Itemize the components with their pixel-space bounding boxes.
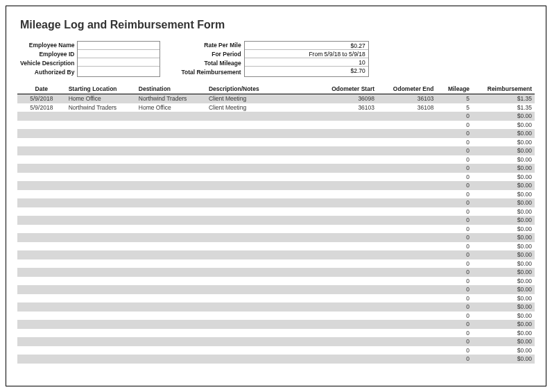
cell-start[interactable] xyxy=(66,355,136,364)
cell-dest[interactable] xyxy=(136,312,206,321)
cell-ostart[interactable] xyxy=(315,346,377,355)
cell-start[interactable] xyxy=(66,216,136,225)
cell-ostart[interactable] xyxy=(315,250,377,259)
cell-mileage[interactable]: 0 xyxy=(436,337,472,346)
cell-dest[interactable] xyxy=(136,233,206,242)
cell-oend[interactable] xyxy=(377,294,436,303)
cell-mileage[interactable]: 0 xyxy=(436,207,472,216)
cell-reimb[interactable]: $0.00 xyxy=(472,173,535,182)
cell-start[interactable] xyxy=(66,329,136,338)
cell-start[interactable] xyxy=(66,346,136,355)
cell-oend[interactable] xyxy=(377,207,436,216)
cell-reimb[interactable]: $0.00 xyxy=(472,242,535,251)
cell-mileage[interactable]: 0 xyxy=(436,155,472,164)
cell-start[interactable] xyxy=(66,173,136,182)
cell-oend[interactable] xyxy=(377,242,436,251)
cell-start[interactable] xyxy=(66,312,136,321)
cell-ostart[interactable] xyxy=(315,207,377,216)
cell-oend[interactable] xyxy=(377,320,436,329)
cell-desc[interactable] xyxy=(206,312,315,321)
cell-reimb[interactable]: $0.00 xyxy=(472,216,535,225)
cell-ostart[interactable] xyxy=(315,121,377,130)
cell-mileage[interactable]: 0 xyxy=(436,138,472,147)
cell-date[interactable] xyxy=(17,121,66,130)
cell-desc[interactable] xyxy=(206,164,315,173)
cell-ostart[interactable] xyxy=(315,173,377,182)
cell-date[interactable] xyxy=(17,294,66,303)
cell-desc[interactable]: Client Meeting xyxy=(206,94,315,103)
cell-date[interactable] xyxy=(17,190,66,199)
cell-start[interactable]: Northwind Traders xyxy=(66,103,136,112)
cell-desc[interactable] xyxy=(206,173,315,182)
cell-reimb[interactable]: $0.00 xyxy=(472,112,535,121)
cell-dest[interactable] xyxy=(136,138,206,147)
cell-mileage[interactable]: 0 xyxy=(436,268,472,277)
cell-oend[interactable] xyxy=(377,268,436,277)
cell-reimb[interactable]: $0.00 xyxy=(472,138,535,147)
cell-date[interactable] xyxy=(17,216,66,225)
cell-dest[interactable] xyxy=(136,346,206,355)
cell-ostart[interactable] xyxy=(315,268,377,277)
cell-reimb[interactable]: $0.00 xyxy=(472,146,535,155)
cell-dest[interactable] xyxy=(136,329,206,338)
cell-ostart[interactable] xyxy=(315,294,377,303)
cell-ostart[interactable] xyxy=(315,302,377,312)
cell-desc[interactable] xyxy=(206,268,315,277)
cell-oend[interactable] xyxy=(377,250,436,259)
value-employee-name[interactable] xyxy=(78,42,159,50)
cell-reimb[interactable]: $0.00 xyxy=(472,337,535,346)
cell-desc[interactable] xyxy=(206,155,315,164)
cell-mileage[interactable]: 0 xyxy=(436,312,472,321)
cell-reimb[interactable]: $0.00 xyxy=(472,207,535,216)
cell-oend[interactable] xyxy=(377,329,436,338)
value-vehicle-description[interactable] xyxy=(78,58,159,67)
cell-oend[interactable] xyxy=(377,173,436,182)
cell-mileage[interactable]: 0 xyxy=(436,198,472,207)
cell-date[interactable] xyxy=(17,302,66,312)
cell-start[interactable] xyxy=(66,242,136,251)
cell-reimb[interactable]: $0.00 xyxy=(472,320,535,329)
cell-start[interactable] xyxy=(66,250,136,259)
cell-date[interactable] xyxy=(17,320,66,329)
cell-mileage[interactable]: 0 xyxy=(436,329,472,338)
cell-date[interactable] xyxy=(17,285,66,294)
cell-date[interactable] xyxy=(17,329,66,338)
cell-ostart[interactable] xyxy=(315,155,377,164)
cell-reimb[interactable]: $0.00 xyxy=(472,129,535,138)
cell-reimb[interactable]: $0.00 xyxy=(472,198,535,207)
cell-desc[interactable] xyxy=(206,207,315,216)
cell-reimb[interactable]: $0.00 xyxy=(472,233,535,242)
cell-reimb[interactable]: $0.00 xyxy=(472,225,535,234)
cell-desc[interactable] xyxy=(206,198,315,207)
cell-oend[interactable] xyxy=(377,285,436,294)
cell-date[interactable] xyxy=(17,173,66,182)
cell-oend[interactable]: 36103 xyxy=(377,94,436,103)
cell-start[interactable] xyxy=(66,121,136,130)
cell-start[interactable] xyxy=(66,337,136,346)
cell-mileage[interactable]: 0 xyxy=(436,259,472,269)
cell-desc[interactable] xyxy=(206,181,315,190)
cell-dest[interactable] xyxy=(136,337,206,346)
cell-start[interactable] xyxy=(66,225,136,234)
cell-oend[interactable]: 36108 xyxy=(377,103,436,112)
cell-date[interactable] xyxy=(17,198,66,207)
cell-date[interactable] xyxy=(17,129,66,138)
cell-start[interactable] xyxy=(66,129,136,138)
cell-ostart[interactable] xyxy=(315,337,377,346)
cell-dest[interactable] xyxy=(136,207,206,216)
cell-start[interactable] xyxy=(66,207,136,216)
cell-ostart[interactable] xyxy=(315,233,377,242)
cell-date[interactable] xyxy=(17,277,66,286)
cell-ostart[interactable] xyxy=(315,242,377,251)
cell-desc[interactable] xyxy=(206,233,315,242)
cell-start[interactable] xyxy=(66,302,136,312)
cell-desc[interactable]: Client Meeting xyxy=(206,103,315,112)
cell-ostart[interactable] xyxy=(315,181,377,190)
value-authorized-by[interactable] xyxy=(78,67,159,75)
cell-oend[interactable] xyxy=(377,302,436,312)
cell-ostart[interactable] xyxy=(315,190,377,199)
cell-ostart[interactable]: 36103 xyxy=(315,103,377,112)
cell-oend[interactable] xyxy=(377,225,436,234)
cell-oend[interactable] xyxy=(377,146,436,155)
cell-start[interactable] xyxy=(66,233,136,242)
